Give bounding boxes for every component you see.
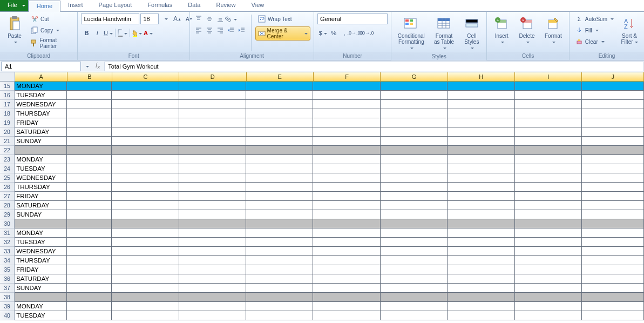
font-size-dropdown[interactable] bbox=[160, 14, 171, 24]
cell-D33[interactable] bbox=[179, 247, 246, 256]
cell-J36[interactable] bbox=[582, 274, 644, 284]
cell-C32[interactable] bbox=[112, 238, 179, 247]
cell-I38[interactable] bbox=[515, 293, 582, 302]
cell-I16[interactable] bbox=[515, 91, 582, 100]
row-header-16[interactable]: 16 bbox=[0, 91, 15, 100]
cell-F24[interactable] bbox=[313, 164, 380, 173]
column-header-F[interactable]: F bbox=[314, 72, 381, 82]
cell-I23[interactable] bbox=[515, 155, 582, 164]
cell-B33[interactable] bbox=[67, 247, 112, 256]
cell-A38[interactable] bbox=[15, 293, 67, 302]
cell-C36[interactable] bbox=[112, 274, 179, 284]
cell-G29[interactable] bbox=[381, 210, 448, 219]
row-header-20[interactable]: 20 bbox=[0, 127, 15, 137]
delete-cells-button[interactable]: × Delete bbox=[515, 14, 539, 46]
cell-F30[interactable] bbox=[313, 219, 380, 228]
column-header-A[interactable]: A bbox=[15, 72, 67, 82]
row-header-39[interactable]: 39 bbox=[0, 302, 15, 311]
cell-H21[interactable] bbox=[448, 137, 514, 146]
cell-F40[interactable] bbox=[313, 311, 380, 320]
cell-C27[interactable] bbox=[112, 192, 179, 201]
cell-G26[interactable] bbox=[381, 183, 448, 192]
font-name-combo[interactable] bbox=[81, 14, 139, 24]
cell-B29[interactable] bbox=[67, 210, 112, 219]
cell-B25[interactable] bbox=[67, 173, 112, 183]
cell-F34[interactable] bbox=[313, 256, 380, 265]
cell-G16[interactable] bbox=[381, 91, 448, 100]
cell-I24[interactable] bbox=[515, 164, 582, 173]
cell-G38[interactable] bbox=[381, 293, 448, 302]
cell-J20[interactable] bbox=[582, 127, 644, 137]
cell-F38[interactable] bbox=[313, 293, 380, 302]
cell-I29[interactable] bbox=[515, 210, 582, 219]
cell-D39[interactable] bbox=[179, 302, 246, 311]
cell-E18[interactable] bbox=[246, 109, 313, 118]
cell-D38[interactable] bbox=[179, 293, 246, 302]
cell-A21[interactable]: SUNDAY bbox=[15, 137, 67, 146]
decrease-decimal-button[interactable]: .00→.0 bbox=[361, 28, 371, 38]
cell-H18[interactable] bbox=[448, 109, 514, 118]
cell-B24[interactable] bbox=[67, 164, 112, 173]
cell-D28[interactable] bbox=[179, 201, 246, 210]
cell-J21[interactable] bbox=[582, 137, 644, 146]
bold-button[interactable]: B bbox=[81, 28, 92, 38]
cell-J40[interactable] bbox=[582, 311, 644, 320]
cell-E15[interactable] bbox=[246, 82, 313, 91]
cell-G19[interactable] bbox=[381, 118, 448, 127]
tab-home[interactable]: Home bbox=[29, 1, 60, 12]
cell-D19[interactable] bbox=[179, 118, 246, 127]
align-top-button[interactable] bbox=[193, 14, 204, 24]
cell-A16[interactable]: TUESDAY bbox=[15, 91, 67, 100]
cell-H38[interactable] bbox=[448, 293, 514, 302]
cell-E36[interactable] bbox=[246, 274, 313, 284]
cell-I34[interactable] bbox=[515, 256, 582, 265]
column-header-D[interactable]: D bbox=[179, 72, 246, 82]
cell-G25[interactable] bbox=[381, 173, 448, 183]
cell-F20[interactable] bbox=[313, 127, 380, 137]
italic-button[interactable]: I bbox=[92, 28, 103, 38]
cell-E19[interactable] bbox=[246, 118, 313, 127]
cell-E26[interactable] bbox=[246, 183, 313, 192]
row-header-27[interactable]: 27 bbox=[0, 192, 15, 201]
cell-F29[interactable] bbox=[313, 210, 380, 219]
format-cells-button[interactable]: Format bbox=[541, 14, 566, 46]
row-header-32[interactable]: 32 bbox=[0, 238, 15, 247]
cell-C30[interactable] bbox=[112, 219, 179, 228]
cell-A35[interactable]: FRIDAY bbox=[15, 265, 67, 274]
cell-I15[interactable] bbox=[515, 82, 582, 91]
cell-F33[interactable] bbox=[313, 247, 380, 256]
cell-I18[interactable] bbox=[515, 109, 582, 118]
cell-C37[interactable] bbox=[112, 284, 179, 293]
cell-H32[interactable] bbox=[448, 238, 514, 247]
cell-D15[interactable] bbox=[179, 82, 246, 91]
cell-G20[interactable] bbox=[381, 127, 448, 137]
cell-E16[interactable] bbox=[246, 91, 313, 100]
cell-J35[interactable] bbox=[582, 265, 644, 274]
tab-review[interactable]: Review bbox=[208, 0, 243, 11]
cell-H27[interactable] bbox=[448, 192, 514, 201]
cell-J39[interactable] bbox=[582, 302, 644, 311]
cell-C28[interactable] bbox=[112, 201, 179, 210]
cell-C38[interactable] bbox=[112, 293, 179, 302]
border-button[interactable] bbox=[117, 28, 128, 38]
cell-J29[interactable] bbox=[582, 210, 644, 219]
cell-G37[interactable] bbox=[381, 284, 448, 293]
cell-I19[interactable] bbox=[515, 118, 582, 127]
cell-D35[interactable] bbox=[179, 265, 246, 274]
cell-D20[interactable] bbox=[179, 127, 246, 137]
cell-D21[interactable] bbox=[179, 137, 246, 146]
cell-G35[interactable] bbox=[381, 265, 448, 274]
font-size-combo[interactable] bbox=[140, 14, 159, 24]
cell-I31[interactable] bbox=[515, 228, 582, 238]
cell-B22[interactable] bbox=[67, 146, 112, 155]
cell-F36[interactable] bbox=[313, 274, 380, 284]
cell-F21[interactable] bbox=[313, 137, 380, 146]
row-header-19[interactable]: 19 bbox=[0, 118, 15, 127]
cell-F28[interactable] bbox=[313, 201, 380, 210]
tab-data[interactable]: Data bbox=[180, 0, 208, 11]
name-box-dropdown[interactable] bbox=[82, 63, 91, 70]
file-tab[interactable]: File bbox=[0, 0, 29, 11]
insert-cells-button[interactable]: + Insert bbox=[490, 14, 513, 46]
cell-F23[interactable] bbox=[313, 155, 380, 164]
cell-F37[interactable] bbox=[313, 284, 380, 293]
